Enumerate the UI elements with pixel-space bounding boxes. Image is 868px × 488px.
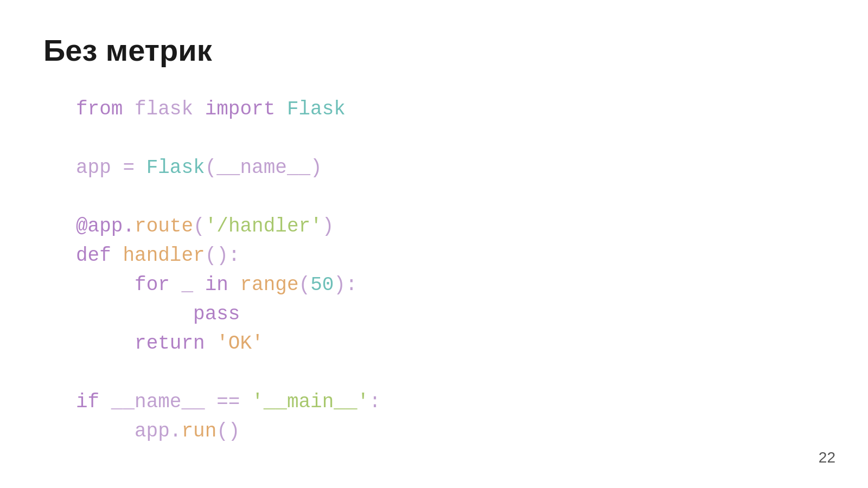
- token-def: def: [76, 245, 111, 267]
- token-50: 50: [310, 274, 334, 296]
- slide: Без метрик from flask import Flask app =…: [0, 0, 868, 488]
- token-pass: pass: [76, 303, 240, 325]
- code-line-5: for _ in range(50):: [76, 271, 825, 300]
- token-indent1: [76, 274, 135, 296]
- token-rparen3-colon: ):: [334, 274, 357, 296]
- token-return: return: [135, 332, 205, 355]
- token-indent2: [76, 332, 135, 355]
- token-for: for: [135, 274, 170, 296]
- code-line-3: @app.route('/handler'): [76, 212, 825, 241]
- code-line-4: def handler():: [76, 241, 825, 271]
- token-app: app: [76, 157, 111, 179]
- token-handler-paren: ():: [205, 245, 240, 267]
- token-in: in: [205, 274, 228, 296]
- token-space5: [240, 391, 252, 413]
- token-space3: [228, 274, 240, 296]
- token-underscore: _: [170, 274, 205, 296]
- token-range: range: [240, 274, 298, 296]
- token-dunder-name: __name__: [216, 157, 310, 179]
- blank-line-1: [76, 124, 825, 153]
- token-colon2: :: [369, 391, 381, 413]
- token-if: if: [76, 391, 99, 413]
- code-line-6: pass: [76, 300, 825, 329]
- token-import: import: [205, 98, 276, 120]
- blank-line-2: [76, 183, 825, 212]
- token-Flask2: Flask: [146, 157, 205, 179]
- token-from: from: [76, 98, 123, 120]
- token-ok-str: 'OK': [216, 332, 263, 355]
- token-route: route: [135, 215, 193, 237]
- token-handler: handler: [123, 245, 205, 267]
- token-route-str: '/handler': [205, 215, 322, 237]
- token-main-str: '__main__': [252, 391, 369, 413]
- token-lparen2: (: [193, 215, 205, 237]
- token-eqeq: ==: [216, 391, 240, 413]
- token-eq: =: [111, 157, 146, 179]
- token-indent3: app.: [76, 420, 181, 442]
- token-Flask: Flask: [275, 98, 346, 120]
- token-run-paren: (): [216, 420, 240, 442]
- token-space1: flask: [123, 98, 205, 120]
- token-lparen1: (: [205, 157, 217, 179]
- code-block: from flask import Flask app = Flask(__na…: [76, 95, 825, 446]
- code-line-1: from flask import Flask: [76, 95, 825, 124]
- token-dunder-name2: __name__: [99, 391, 216, 413]
- token-lparen3: (: [299, 274, 311, 296]
- slide-number: 22: [819, 449, 835, 466]
- token-rparen1: ): [310, 157, 322, 179]
- token-rparen2: ): [322, 215, 334, 237]
- blank-line-3: [76, 358, 825, 388]
- token-space4: [205, 332, 217, 355]
- slide-title: Без метрик: [43, 33, 825, 68]
- code-line-9: app.run(): [76, 417, 825, 446]
- code-line-7: return 'OK': [76, 329, 825, 358]
- code-line-8: if __name__ == '__main__':: [76, 388, 825, 417]
- token-decorator: @app.: [76, 215, 135, 237]
- token-run: run: [181, 420, 216, 442]
- token-space2: [111, 245, 123, 267]
- code-line-2: app = Flask(__name__): [76, 153, 825, 183]
